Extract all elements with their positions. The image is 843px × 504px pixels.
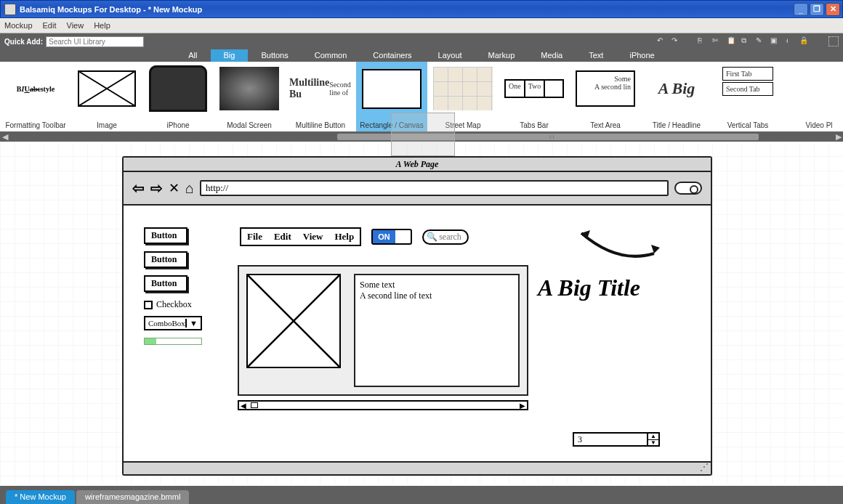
drag-ghost-rectangle: [391, 113, 455, 156]
magnify-icon: 🔍: [427, 232, 437, 243]
app-icon: [4, 4, 16, 15]
menubar-widget[interactable]: File Edit View Help: [240, 227, 361, 246]
button-widget-2[interactable]: Button: [144, 251, 187, 268]
image-placeholder-widget[interactable]: [246, 274, 341, 368]
lib-title-headline[interactable]: A Big Title / Headline: [641, 62, 712, 131]
top-row: File Edit View Help ON 🔍 search: [240, 227, 469, 246]
left-column: Button Button Button Checkbox ComboBox▼: [144, 227, 224, 345]
url-field[interactable]: http://: [200, 180, 669, 196]
cat-text[interactable]: Text: [576, 49, 616, 62]
cat-all[interactable]: All: [175, 49, 210, 62]
scroll-right-icon[interactable]: ▶: [834, 132, 843, 142]
undo-icon[interactable]: ↶: [657, 36, 667, 46]
lib-formatting-toolbar[interactable]: B I U abc style Formatting Toolbar: [0, 62, 71, 131]
lib-image[interactable]: Image: [71, 62, 142, 131]
maximize-button[interactable]: ❐: [810, 3, 824, 16]
resize-grip-icon[interactable]: ⋰: [700, 462, 709, 473]
edit-icon[interactable]: ✎: [756, 36, 766, 46]
window-titlebar: Balsamiq Mockups For Desktop - * New Moc…: [0, 0, 843, 18]
panel-widget[interactable]: Some text A second line of text: [238, 265, 528, 396]
cat-markup[interactable]: Markup: [475, 49, 528, 62]
quick-add-input[interactable]: [46, 36, 144, 47]
forward-arrow-icon[interactable]: ⇨: [150, 179, 163, 197]
browser-title: A Web Page: [124, 158, 711, 172]
cat-containers[interactable]: Containers: [360, 49, 424, 62]
browser-body: Button Button Button Checkbox ComboBox▼ …: [124, 206, 711, 473]
go-button[interactable]: [674, 182, 702, 195]
cat-big[interactable]: Big: [211, 49, 249, 62]
menu-mockup[interactable]: Mockup: [4, 21, 33, 30]
curvy-arrow-widget[interactable]: [574, 224, 661, 268]
menu-help[interactable]: Help: [94, 21, 110, 30]
lib-iphone[interactable]: iPhone: [142, 62, 214, 131]
cat-iphone[interactable]: iPhone: [616, 49, 667, 62]
duplicate-icon[interactable]: ⧉: [741, 36, 751, 46]
progress-widget: [144, 338, 202, 345]
checkbox-box-icon: [144, 301, 153, 309]
app-menubar: Mockup Edit View Help: [0, 18, 843, 33]
cat-layout[interactable]: Layout: [425, 49, 475, 62]
copy-icon[interactable]: ⎘: [698, 36, 708, 46]
stepper-arrows: ▲ ▼: [647, 434, 658, 445]
home-icon[interactable]: ⌂: [185, 180, 194, 197]
back-arrow-icon[interactable]: ⇦: [132, 179, 145, 197]
scroll-left-icon[interactable]: ◀: [0, 132, 9, 142]
fullscreen-icon[interactable]: [828, 36, 839, 46]
caret-down-icon: ▼: [185, 319, 198, 328]
lib-multiline-button[interactable]: Multiline BuSecond line of Multiline But…: [285, 62, 356, 131]
title-widget[interactable]: A Big Title: [538, 275, 640, 301]
lib-tabs-bar[interactable]: OneTwo Tabs Bar: [499, 62, 570, 131]
search-widget[interactable]: 🔍 search: [422, 229, 469, 245]
numeric-stepper-widget[interactable]: 3 ▲ ▼: [573, 432, 660, 447]
quick-add-label: Quick Add:: [4, 38, 43, 46]
cat-buttons[interactable]: Buttons: [248, 49, 301, 62]
browser-window-widget[interactable]: A Web Page ⇦ ⇨ ✕ ⌂ http:// Button Button…: [122, 156, 712, 476]
redo-icon[interactable]: ↷: [671, 36, 682, 46]
minimize-button[interactable]: _: [794, 3, 808, 16]
browser-nav: ⇦ ⇨ ✕ ⌂ http://: [124, 172, 711, 206]
cat-common[interactable]: Common: [302, 49, 360, 62]
checkbox-widget[interactable]: Checkbox: [144, 299, 224, 310]
group-icon[interactable]: ▣: [770, 36, 781, 46]
textarea-widget[interactable]: Some text A second line of text: [354, 274, 520, 387]
scroll-left-arrow-icon[interactable]: ◀: [239, 402, 248, 410]
menu-view[interactable]: View: [67, 21, 84, 30]
doc-tab-wireframes[interactable]: wireframesmagazine.bmml: [76, 490, 189, 504]
lib-text-area[interactable]: SomeA second lin Text Area: [570, 62, 641, 131]
align-icon[interactable]: ⫞: [785, 36, 795, 46]
lock-icon[interactable]: 🔒: [799, 36, 810, 46]
button-widget-3[interactable]: Button: [144, 275, 187, 292]
document-tabs: * New Mockup wireframesmagazine.bmml: [0, 486, 843, 504]
category-strip: All Big Buttons Common Containers Layout…: [0, 49, 843, 62]
lib-video-player[interactable]: Video Pl: [783, 62, 843, 131]
combobox-widget[interactable]: ComboBox▼: [144, 316, 202, 330]
cat-media[interactable]: Media: [528, 49, 576, 62]
scroll-thumb[interactable]: [251, 402, 258, 408]
cut-icon[interactable]: ✄: [712, 36, 722, 46]
toolbar-icons: ↶ ↷ ⎘ ✄ 📋 ⧉ ✎ ▣ ⫞ 🔒: [657, 36, 839, 46]
menu-edit[interactable]: Edit: [43, 21, 57, 30]
button-widget-1[interactable]: Button: [144, 227, 187, 244]
doc-tab-new-mockup[interactable]: * New Mockup: [6, 490, 75, 504]
close-button[interactable]: ✕: [826, 3, 840, 16]
stop-icon[interactable]: ✕: [169, 180, 180, 196]
lib-vertical-tabs[interactable]: First TabSecond Tab Vertical Tabs: [712, 62, 783, 131]
toolbar: Quick Add: ↶ ↷ ⎘ ✄ 📋 ⧉ ✎ ▣ ⫞ 🔒: [0, 33, 843, 49]
window-title: Balsamiq Mockups For Desktop - * New Moc…: [20, 5, 202, 14]
step-down-icon[interactable]: ▼: [648, 440, 658, 446]
paste-icon[interactable]: 📋: [727, 36, 737, 46]
canvas[interactable]: A Web Page ⇦ ⇨ ✕ ⌂ http:// Button Button…: [0, 142, 843, 484]
scroll-right-arrow-icon[interactable]: ▶: [518, 402, 527, 410]
hscrollbar-widget[interactable]: ◀ ▶: [238, 400, 528, 410]
lib-modal[interactable]: Modal Screen: [214, 62, 285, 131]
browser-statusbar: ⋰: [124, 461, 711, 474]
toggle-widget[interactable]: ON: [371, 229, 412, 245]
